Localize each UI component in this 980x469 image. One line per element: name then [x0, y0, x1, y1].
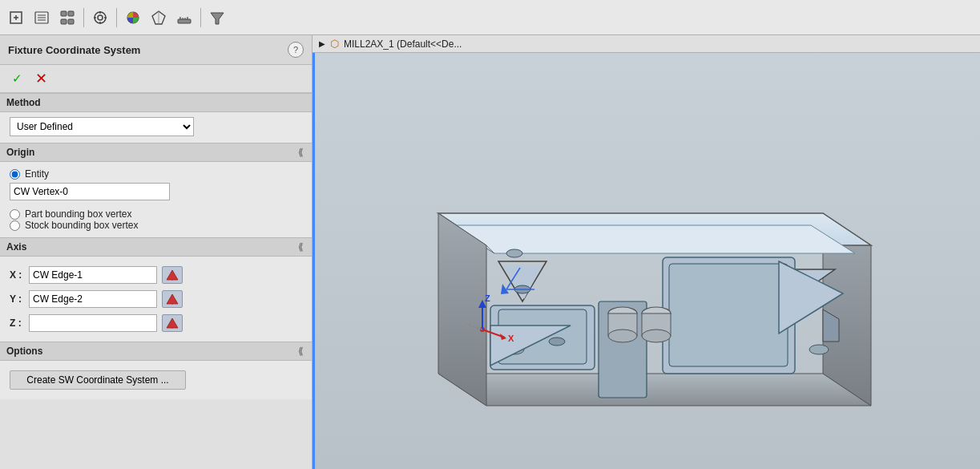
- method-select[interactable]: User Defined Automatic Custom: [10, 117, 194, 136]
- options-collapse-icon: ⟪: [298, 346, 304, 357]
- panel-title: Fixture Coordinate System: [8, 44, 140, 56]
- part-bbox-radio-item[interactable]: Part bounding box vertex: [10, 208, 302, 220]
- entity-input[interactable]: [10, 183, 170, 200]
- tree-item-label: MILL2AX_1 (Default<<De...: [344, 38, 462, 50]
- viewport-3d[interactable]: X Z: [313, 53, 980, 469]
- svg-rect-7: [61, 11, 67, 16]
- svg-line-71: [466, 324, 482, 330]
- svg-rect-8: [68, 11, 74, 16]
- sep2: [116, 8, 117, 27]
- measure-icon[interactable]: [173, 6, 196, 29]
- svg-marker-25: [211, 13, 224, 24]
- x-axis-row: X :: [10, 263, 302, 287]
- y-axis-row: Y :: [10, 287, 302, 311]
- entity-radio[interactable]: [10, 169, 20, 180]
- axis-body: X : Y :: [0, 257, 312, 342]
- stock-bbox-radio-item[interactable]: Stock bounding box vertex: [10, 220, 302, 231]
- coord-axes: X Z: [458, 293, 506, 342]
- panel-header: Fixture Coordinate System ?: [0, 35, 312, 65]
- axis-section: Axis ⟪ X :: [0, 237, 312, 342]
- svg-marker-26: [167, 270, 178, 280]
- options-section-header[interactable]: Options ⟪: [0, 342, 312, 361]
- origin-label: Origin: [6, 147, 34, 158]
- part-bbox-radio[interactable]: [10, 209, 20, 220]
- left-panel: Fixture Coordinate System ? ✓ ✕ Method U…: [0, 35, 313, 469]
- svg-point-11: [95, 12, 106, 23]
- x-axis-select-button[interactable]: [162, 266, 183, 284]
- ok-button[interactable]: ✓: [8, 70, 26, 87]
- z-axis-row: Z :: [10, 311, 302, 335]
- method-dropdown-container: User Defined Automatic Custom: [0, 112, 312, 143]
- method-label: Method: [6, 97, 41, 108]
- svg-text:Z: Z: [485, 293, 490, 303]
- z-axis-input[interactable]: [29, 314, 157, 332]
- origin-collapse-icon: ⟪: [298, 147, 304, 158]
- svg-point-57: [506, 249, 522, 257]
- svg-point-54: [549, 338, 565, 346]
- tree-expand-icon[interactable]: ▶: [319, 39, 325, 48]
- origin-section: Origin ⟪ Entity Part bounding bo: [0, 143, 312, 237]
- toolbar: [0, 0, 980, 35]
- create-sw-coord-button[interactable]: Create SW Coordinate System ...: [10, 370, 186, 390]
- list-icon[interactable]: [30, 6, 53, 29]
- panel-content: Method User Defined Automatic Custom Ori…: [0, 93, 312, 469]
- part-svg: [374, 69, 919, 454]
- viewport: ▶ ⬡ MILL2AX_1 (Default<<De...: [313, 35, 980, 469]
- y-axis-input[interactable]: [29, 290, 157, 308]
- entity-input-row: [10, 180, 302, 204]
- y-axis-select-button[interactable]: [162, 290, 183, 308]
- part-icon: ⬡: [330, 38, 339, 50]
- model-icon[interactable]: [147, 6, 170, 29]
- entity-radio-item[interactable]: Entity: [10, 168, 302, 180]
- target-icon[interactable]: [89, 6, 111, 29]
- filter-icon[interactable]: [206, 6, 228, 29]
- part-bbox-radio-label: Part bounding box vertex: [25, 208, 131, 220]
- sep3: [200, 8, 201, 27]
- svg-point-12: [98, 15, 103, 20]
- sep1: [83, 8, 84, 27]
- tree-icon[interactable]: [56, 6, 79, 29]
- stock-bbox-radio[interactable]: [10, 220, 20, 231]
- method-section: Method User Defined Automatic Custom: [0, 93, 312, 143]
- axis-label: Axis: [6, 241, 26, 253]
- main-area: Fixture Coordinate System ? ✓ ✕ Method U…: [0, 35, 980, 469]
- y-axis-label: Y :: [10, 293, 24, 305]
- part-container: X Z: [374, 69, 919, 454]
- axis-collapse-icon: ⟪: [298, 241, 304, 253]
- origin-body: Entity Part bounding box vertex Stock bo…: [0, 162, 312, 237]
- color-icon[interactable]: [122, 6, 144, 29]
- svg-rect-9: [61, 19, 67, 24]
- svg-rect-45: [669, 264, 788, 366]
- x-axis-input[interactable]: [29, 266, 157, 284]
- svg-marker-32: [438, 374, 871, 406]
- svg-rect-10: [68, 19, 74, 24]
- options-body: Create SW Coordinate System ...: [0, 361, 312, 399]
- svg-marker-66: [500, 334, 506, 340]
- origin-section-header[interactable]: Origin ⟪: [0, 143, 312, 162]
- entity-radio-label: Entity: [25, 168, 49, 180]
- blue-edge-highlight: [313, 53, 315, 469]
- options-label: Options: [6, 346, 42, 357]
- z-axis-label: Z :: [10, 317, 24, 329]
- svg-marker-30: [167, 318, 178, 328]
- method-section-header[interactable]: Method: [0, 93, 312, 112]
- tree-header: ▶ ⬡ MILL2AX_1 (Default<<De...: [313, 35, 980, 53]
- svg-point-56: [809, 345, 829, 354]
- cancel-button[interactable]: ✕: [32, 70, 50, 87]
- svg-marker-28: [167, 294, 178, 304]
- svg-marker-35: [450, 225, 855, 253]
- svg-rect-20: [178, 19, 191, 23]
- x-axis-label: X :: [10, 269, 24, 281]
- axis-section-header[interactable]: Axis ⟪: [0, 237, 312, 257]
- options-section: Options ⟪ Create SW Coordinate System ..…: [0, 342, 312, 399]
- svg-text:X: X: [508, 334, 514, 343]
- svg-point-52: [642, 330, 671, 342]
- svg-point-49: [608, 330, 637, 342]
- stock-bbox-radio-label: Stock bounding box vertex: [25, 220, 138, 231]
- action-row: ✓ ✕: [0, 65, 312, 93]
- new-icon[interactable]: [5, 6, 27, 29]
- z-axis-select-button[interactable]: [162, 314, 183, 332]
- help-button[interactable]: ?: [288, 42, 304, 58]
